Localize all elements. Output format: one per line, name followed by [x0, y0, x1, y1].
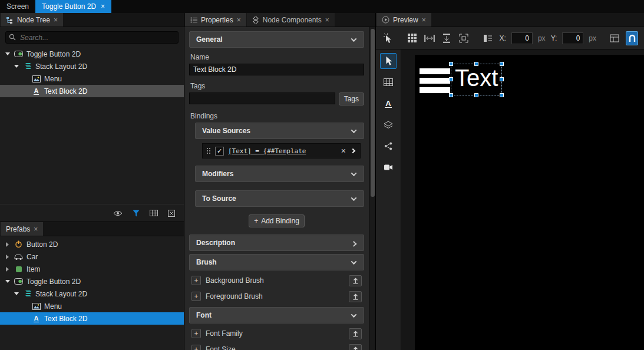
section-to-source[interactable]: To Source: [195, 190, 364, 207]
tree-item-menu[interactable]: Menu: [0, 72, 184, 85]
tab-toggle-button-2d[interactable]: Toggle Button 2D ×: [35, 0, 111, 13]
tags-button[interactable]: Tags: [339, 93, 364, 105]
tree-item-text-block-2d[interactable]: A Text Block 2D: [0, 85, 184, 97]
section-description[interactable]: Description: [189, 235, 364, 251]
tab-prefabs[interactable]: Prefabs ×: [1, 222, 43, 236]
expand-arrow-icon[interactable]: [4, 242, 11, 247]
select-tool-button[interactable]: [380, 53, 397, 69]
section-font[interactable]: Font: [189, 307, 364, 323]
tab-screen[interactable]: Screen: [0, 0, 35, 13]
selected-text-element[interactable]: Text: [451, 64, 502, 95]
close-icon[interactable]: ×: [422, 16, 426, 24]
close-icon[interactable]: ×: [237, 16, 241, 24]
resize-handle-e[interactable]: [500, 77, 504, 81]
text-block-icon: A: [31, 88, 41, 95]
tags-field[interactable]: [189, 93, 335, 104]
expand-arrow-icon[interactable]: [13, 292, 19, 295]
preview-canvas[interactable]: Text: [415, 55, 644, 350]
expand-arrow-icon[interactable]: [4, 280, 11, 283]
tree-item-label: Car: [27, 253, 38, 261]
hamburger-menu-icon[interactable]: [420, 68, 450, 93]
tab-node-tree[interactable]: Node Tree ×: [1, 13, 63, 27]
prefab-item-text-block-2d[interactable]: A Text Block 2D: [0, 312, 184, 325]
section-modifiers[interactable]: Modifiers: [195, 166, 364, 182]
fit-screen-button[interactable]: [458, 31, 470, 45]
scrollbar-thumb[interactable]: [371, 29, 375, 197]
main-area: Node Tree × Togg: [0, 13, 644, 350]
tab-properties[interactable]: Properties ×: [185, 13, 246, 27]
expand-arrow-icon[interactable]: [4, 255, 11, 259]
promote-property-button[interactable]: [349, 344, 362, 350]
add-property-button[interactable]: +: [191, 292, 201, 301]
connections-tool-button[interactable]: [380, 138, 397, 154]
drag-handle[interactable]: [207, 147, 211, 155]
remove-binding-icon[interactable]: ×: [341, 147, 346, 155]
promote-property-button[interactable]: [349, 328, 362, 339]
text-tool-button[interactable]: A: [380, 95, 397, 111]
rulers-button[interactable]: [482, 31, 494, 45]
search-input[interactable]: [5, 31, 179, 44]
resize-handle-n[interactable]: [474, 62, 478, 66]
add-binding-button[interactable]: + Add Binding: [249, 214, 305, 227]
properties-scrollbar[interactable]: [369, 27, 375, 350]
close-icon[interactable]: ×: [101, 3, 105, 10]
resize-handle-se[interactable]: [500, 93, 504, 97]
prefab-item-stack-layout-2d[interactable]: Stack Layout 2D: [0, 288, 184, 300]
prefab-item-item[interactable]: Item: [0, 263, 184, 275]
prefab-item-toggle-button-2d[interactable]: Toggle Button 2D: [0, 275, 184, 288]
font-size-label: Font Size: [206, 345, 344, 350]
prefab-item-car[interactable]: Car: [0, 250, 184, 263]
layers-tool-button[interactable]: [380, 117, 397, 133]
resize-handle-nw[interactable]: [449, 62, 453, 66]
tree-item-stack-layout-2d[interactable]: Stack Layout 2D: [0, 60, 184, 72]
add-property-button[interactable]: +: [191, 329, 201, 338]
y-coordinate-field[interactable]: [562, 32, 583, 44]
tree-item-label: Toggle Button 2D: [27, 50, 81, 58]
interact-tool-button[interactable]: [382, 31, 394, 45]
fit-width-button[interactable]: [424, 31, 435, 45]
expand-arrow-icon[interactable]: [13, 65, 19, 68]
expand-arrow-icon[interactable]: [4, 52, 11, 55]
preview-column: Preview ×: [376, 13, 644, 350]
clear-filter-button[interactable]: [168, 210, 175, 217]
binding-enabled-checkbox[interactable]: ✓: [215, 147, 224, 156]
layout-bounds-button[interactable]: [609, 31, 620, 45]
section-description-title: Description: [196, 239, 235, 247]
grid-view-button[interactable]: [150, 210, 158, 216]
close-icon[interactable]: ×: [34, 226, 38, 233]
promote-property-button[interactable]: [349, 275, 362, 286]
close-icon[interactable]: ×: [325, 16, 329, 24]
close-icon[interactable]: ×: [54, 16, 58, 24]
tree-item-label: Item: [27, 265, 40, 273]
table-tool-button[interactable]: [380, 74, 397, 90]
tab-node-components[interactable]: Node Components ×: [247, 13, 335, 27]
filter-button[interactable]: [133, 210, 140, 217]
tab-preview[interactable]: Preview ×: [377, 13, 431, 27]
stack-layout-icon: [22, 290, 32, 298]
expand-arrow-icon[interactable]: [4, 267, 11, 272]
promote-property-button[interactable]: [349, 291, 362, 302]
add-property-button[interactable]: +: [191, 345, 201, 350]
resize-handle-ne[interactable]: [500, 62, 504, 66]
tree-item-toggle-button-2d[interactable]: Toggle Button 2D: [0, 48, 184, 60]
open-binding-chevron-icon[interactable]: [351, 148, 355, 153]
section-value-sources[interactable]: Value Sources: [195, 123, 364, 139]
snap-toggle-button[interactable]: [626, 31, 638, 45]
x-coordinate-field[interactable]: [511, 32, 533, 44]
camera-tool-button[interactable]: [380, 159, 397, 175]
resize-handle-sw[interactable]: [449, 93, 453, 97]
resize-handle-w[interactable]: [449, 77, 453, 81]
section-brush[interactable]: Brush: [189, 254, 364, 270]
grid-toggle-button[interactable]: [406, 31, 418, 45]
prefab-item-button-2d[interactable]: Button 2D: [0, 238, 184, 250]
add-property-button[interactable]: +: [191, 276, 201, 285]
fit-height-button[interactable]: [441, 31, 453, 45]
section-general[interactable]: General: [189, 31, 364, 48]
binding-expression-link[interactable]: [Text] = {##Template: [228, 147, 337, 155]
tree-item-label: Stack Layout 2D: [35, 62, 87, 71]
prefab-item-menu[interactable]: Menu: [0, 300, 184, 312]
name-field[interactable]: [189, 64, 364, 75]
visibility-eye-button[interactable]: [113, 210, 123, 216]
preview-tab-label: Preview: [393, 16, 418, 24]
resize-handle-s[interactable]: [474, 93, 478, 97]
